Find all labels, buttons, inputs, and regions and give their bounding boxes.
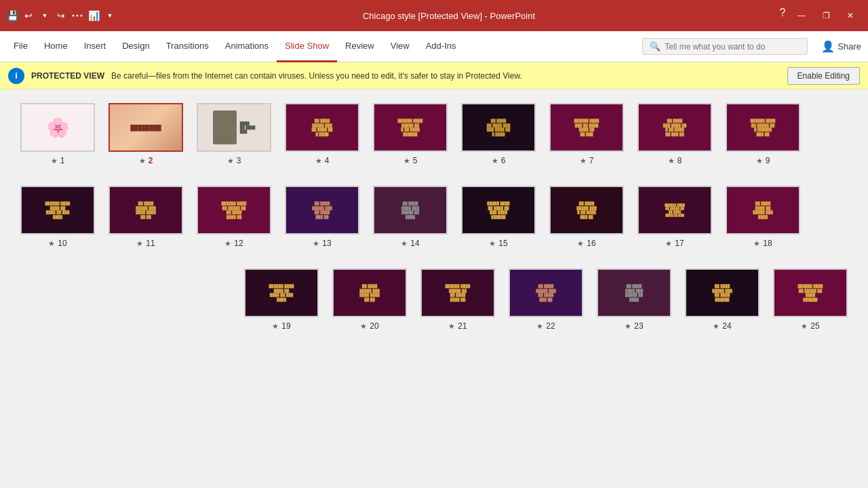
minimize-button[interactable]: — xyxy=(789,6,814,25)
tab-home[interactable]: Home xyxy=(36,31,76,62)
list-item[interactable]: ████ █████ █████████ ████████ ★ 24 xyxy=(685,268,760,331)
slide-num-row: ★ 25 xyxy=(801,321,819,331)
tab-slideshow[interactable]: Slide Show xyxy=(277,31,337,62)
list-item[interactable]: ████ ██████████ ██ █████ ███████ ██ ★ 7 xyxy=(549,103,624,165)
undo-dropdown-icon[interactable]: ▼ xyxy=(38,9,52,22)
enable-editing-button[interactable]: Enable Editing xyxy=(787,67,860,85)
star-icon: ★ xyxy=(580,157,587,165)
star-icon: ★ xyxy=(625,322,631,331)
star-icon: ★ xyxy=(403,157,410,165)
slide-thumbnail[interactable]: ████████ xyxy=(108,103,183,152)
list-item[interactable]: ████ ████████ █████████ ████ ████ ★ 21 xyxy=(420,268,495,331)
protected-view-label: PROTECTED VIEW xyxy=(31,71,104,81)
list-item[interactable]: ████ █████ █████████ ████ ███ ★ 13 xyxy=(285,186,359,248)
slide-thumbnail[interactable]: 🌸 xyxy=(20,103,95,152)
save-icon[interactable]: 💾 xyxy=(5,9,19,22)
slide-thumbnail[interactable]: ████ ████████ █████ ██████ █████ ██ ████ xyxy=(637,186,712,235)
undo-icon[interactable]: ↩ xyxy=(22,9,35,22)
tab-insert[interactable]: Insert xyxy=(76,31,115,62)
star-icon: ★ xyxy=(492,157,498,165)
list-item[interactable]: ████ ████████ █████ ████████████ ★ 25 xyxy=(773,268,848,331)
slide-thumbnail[interactable]: ████ █████ █████████ ████ ███ xyxy=(509,268,583,317)
slide-num-row: ★ 15 xyxy=(489,239,507,248)
protected-view-icon: i xyxy=(8,68,24,84)
presentation-icon[interactable]: 📊 xyxy=(87,9,100,22)
protected-view-message: Be careful—files from the Internet can c… xyxy=(111,71,781,81)
list-item[interactable]: ████ █████ ██████ █████████ ★ 23 xyxy=(597,268,671,331)
list-item[interactable]: ████ █████ ███████ ████ ██████ █ ★ 4 xyxy=(285,103,359,165)
slide-thumbnail[interactable]: ████ ████████ █████ ████████████ xyxy=(773,268,848,317)
tab-addins[interactable]: Add-Ins xyxy=(418,31,465,62)
list-item[interactable]: ████ █████ █████████ ██ ███ ███ ★ 16 xyxy=(549,186,624,248)
slide-thumbnail[interactable]: ████ █████ █████████ ██████ ██ xyxy=(332,268,407,317)
slide-thumbnail[interactable]: ████ ████ ███████ █████████ xyxy=(726,186,800,235)
star-icon: ★ xyxy=(801,322,808,331)
slide-thumbnail[interactable]: ████ ████████ █████████ ██ ███████ xyxy=(373,103,448,152)
search-box[interactable]: 🔍 xyxy=(642,38,808,55)
search-input[interactable] xyxy=(665,42,800,52)
list-item[interactable]: ████ █████ ██████ █████████ ★ 14 xyxy=(373,186,448,248)
list-item[interactable]: ████ ████████ ███████ ██ ████████ ★ 10 xyxy=(20,186,95,248)
list-item[interactable]: ████ ████████ █████ ██████ █████ ██ ████… xyxy=(637,186,712,248)
list-item[interactable]: ████████ █████ ★ 3 xyxy=(197,103,271,165)
slide-thumbnail[interactable]: ████ █████ ██████ █████████ xyxy=(373,186,448,235)
slide-num-row: ★ 14 xyxy=(401,239,419,248)
tab-design[interactable]: Design xyxy=(114,31,157,62)
star-icon: ★ xyxy=(315,157,322,165)
list-item[interactable]: ████ █████ █████████ ████ ███ ★ 22 xyxy=(509,268,583,331)
tab-view[interactable]: View xyxy=(382,31,418,62)
list-item[interactable]: 🌸 ★ 1 xyxy=(20,103,95,165)
slide-thumbnail[interactable]: ████ ████████ █████ ██████ ████ ████ xyxy=(197,186,271,235)
slide-number: 7 xyxy=(589,156,594,165)
slide-thumbnail[interactable]: ████ ████ ████ ███████ ██ ███ ███ ██ xyxy=(637,103,712,152)
tab-animations[interactable]: Animations xyxy=(217,31,277,62)
slide-thumbnail[interactable]: ████ ██████████ ██ █████ ███████ ██ xyxy=(549,103,624,152)
tab-transitions[interactable]: Transitions xyxy=(158,31,217,62)
slide-thumbnail[interactable]: ████ ████████ █████ ████████ ███ ███ xyxy=(726,103,800,152)
window-controls: ? — ❐ ✕ xyxy=(776,6,863,25)
help-icon[interactable]: ? xyxy=(776,6,789,20)
slide-thumbnail[interactable]: ████ █████ ████ ████ ████ ███████ █ xyxy=(461,103,536,152)
slide-number: 2 xyxy=(149,156,153,165)
list-item[interactable]: ████ ████ ████ ███████ ██ ███ ███ ██ ★ 8 xyxy=(637,103,712,165)
slide-thumbnail[interactable]: ████ █████ █████████ ██████ ██ xyxy=(108,186,183,235)
list-item[interactable]: ████ ████████ █████ ██████ ████ ████ ★ 1… xyxy=(197,186,271,248)
slide-thumbnail[interactable]: ████ █████ █████████ ████ ███ xyxy=(285,186,359,235)
close-button[interactable]: ✕ xyxy=(838,6,863,25)
list-item[interactable]: ████ █████ ████ ████ ████ ███████ █ ★ 6 xyxy=(461,103,536,165)
tab-review[interactable]: Review xyxy=(337,31,382,62)
slide-thumbnail[interactable]: ████ █████ █████████ ████████ xyxy=(685,268,760,317)
list-item[interactable]: ████ ███████ ████ ██████ █████████ ★ 15 xyxy=(461,186,536,248)
slide-thumbnail[interactable]: ████ ████████ █████████ ████ ████ xyxy=(420,268,495,317)
quick-access-arrow[interactable]: ▼ xyxy=(103,9,117,22)
search-icon: 🔍 xyxy=(650,41,660,52)
list-item[interactable]: ████ █████ █████████ ██████ ██ ★ 11 xyxy=(108,186,183,248)
share-button[interactable]: 👤 Share xyxy=(814,40,868,53)
slide-thumbnail[interactable]: ████ ███████ ████ ██████ █████████ xyxy=(461,186,536,235)
star-icon: ★ xyxy=(313,239,319,248)
redo-icon[interactable]: ↪ xyxy=(54,9,68,22)
slide-number: 14 xyxy=(410,239,419,248)
slide-thumbnail[interactable]: ████ ████████ ███████ ██ ████████ xyxy=(20,186,95,235)
list-item[interactable]: ████ ████ ███████ █████████ ★ 18 xyxy=(726,186,800,248)
ribbon-tabs: File Home Insert Design Transitions Anim… xyxy=(0,31,469,62)
slide-thumbnail[interactable]: ████ █████ ███████ ████ ██████ █ xyxy=(285,103,359,152)
slide-thumbnail[interactable]: ████ █████ █████████ ██ ███ ███ xyxy=(549,186,624,235)
slide-num-row: ★ 2 xyxy=(139,156,153,165)
slide-thumbnail[interactable]: ████ █████ ██████ █████████ xyxy=(597,268,671,317)
customize-icon[interactable] xyxy=(71,9,84,22)
list-item[interactable]: ████████ ★ 2 xyxy=(108,103,183,165)
list-item[interactable]: ████ ████████ █████████ ██ ███████ ★ 5 xyxy=(373,103,448,165)
slide-num-row: ★ 7 xyxy=(580,156,594,165)
tab-file[interactable]: File xyxy=(5,31,36,62)
slide-thumbnail[interactable]: ████ ████████ ███████ ██ ████████ xyxy=(244,268,319,317)
slide-thumbnail[interactable]: ████████ █████ xyxy=(197,103,271,152)
list-item[interactable]: ████ ████████ █████ ████████ ███ ███ ★ 9 xyxy=(726,103,800,165)
list-item[interactable]: ████ █████ █████████ ██████ ██ ★ 20 xyxy=(332,268,407,331)
slide-grid-container: ████ ████████ █████ ████████ ███ ███ ★ 9… xyxy=(0,89,868,488)
slide-grid: ████ ████████ █████ ████████ ███ ███ ★ 9… xyxy=(20,103,848,331)
slide-num-row: ★ 16 xyxy=(577,239,595,248)
slide-number: 1 xyxy=(60,156,65,165)
maximize-button[interactable]: ❐ xyxy=(814,6,838,25)
list-item[interactable]: ████ ████████ ███████ ██ ████████ ★ 19 xyxy=(244,268,319,331)
